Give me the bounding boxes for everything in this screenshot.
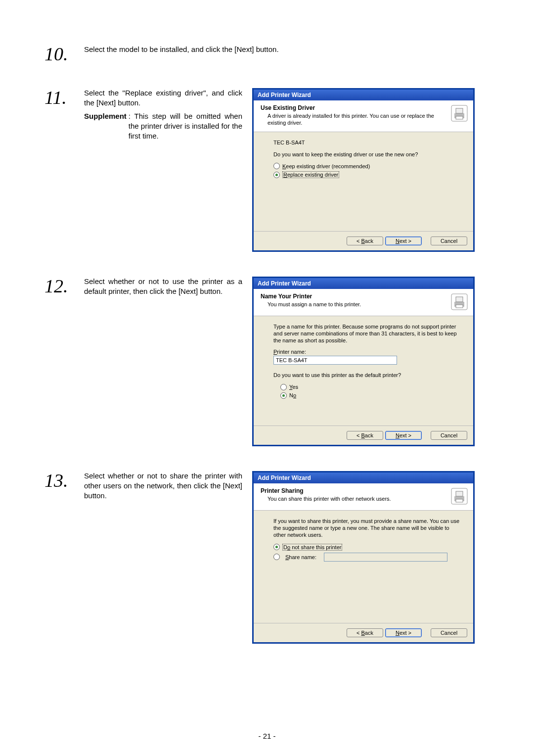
- svg-rect-2: [456, 108, 463, 113]
- next-button[interactable]: Next >: [385, 431, 422, 440]
- supplement-text: : This step will be omitted when the pri…: [129, 111, 242, 142]
- wizard-button-row: < Back Next > Cancel: [254, 623, 473, 642]
- step-text: Select whether or not to share the print…: [84, 471, 242, 501]
- step-text: Select the "Replace existing driver", an…: [84, 88, 242, 141]
- printer-icon: [450, 104, 468, 122]
- step-number: 10.: [44, 45, 84, 63]
- step-text: Select whether or not to use the printer…: [84, 277, 242, 297]
- radio-replace-existing[interactable]: Replace existing driver: [273, 171, 460, 178]
- back-button[interactable]: < Back: [347, 431, 383, 440]
- wizard-header: Printer Sharing You can share this print…: [254, 483, 473, 511]
- svg-rect-11: [456, 499, 463, 502]
- svg-rect-6: [456, 297, 463, 302]
- step-13: 13. Select whether or not to share the p…: [44, 471, 490, 644]
- step-number: 13.: [44, 471, 84, 490]
- wizard-name-your-printer: Add Printer Wizard Name Your Printer You…: [252, 277, 475, 446]
- wizard-title: Add Printer Wizard: [254, 278, 473, 289]
- name-instructions: Type a name for this printer. Because so…: [273, 323, 460, 344]
- cancel-button[interactable]: Cancel: [431, 431, 467, 440]
- document-page: 10. Select the model to be installed, an…: [0, 0, 534, 756]
- step-12: 12. Select whether or not to use the pri…: [44, 277, 490, 446]
- step-number: 12.: [44, 277, 84, 295]
- radio-unchecked-icon: [273, 554, 280, 560]
- radio-keep-label: eep existing driver (recommended): [286, 163, 370, 169]
- radio-default-no[interactable]: No: [280, 392, 460, 399]
- radio-share-name[interactable]: Share name:: [273, 553, 460, 562]
- wizard-header-sub: A driver is already installed for this p…: [267, 112, 447, 127]
- share-instructions: If you want to share this printer, you m…: [273, 518, 460, 539]
- next-button[interactable]: Next >: [385, 236, 422, 245]
- cancel-button[interactable]: Cancel: [431, 236, 467, 245]
- step-text: Select the model to be installed, and cl…: [84, 45, 490, 54]
- svg-rect-10: [456, 491, 463, 496]
- wizard-header: Name Your Printer You must assign a name…: [254, 289, 473, 316]
- wizard-header-sub: You can share this printer with other ne…: [267, 495, 447, 502]
- wizard-header: Use Existing Driver A driver is already …: [254, 100, 473, 132]
- step-10: 10. Select the model to be installed, an…: [44, 45, 490, 63]
- radio-unchecked-icon: [280, 384, 287, 390]
- back-button[interactable]: < Back: [347, 628, 383, 637]
- printer-name-input[interactable]: [273, 356, 397, 365]
- step-11: 11. Select the "Replace existing driver"…: [44, 88, 490, 252]
- radio-checked-icon: [273, 172, 280, 178]
- step-number: 11.: [44, 88, 84, 107]
- cancel-button[interactable]: Cancel: [431, 628, 467, 637]
- page-number: - 21 -: [0, 732, 534, 740]
- radio-keep-existing[interactable]: Keep existing driver (recommended): [273, 163, 460, 169]
- wizard-button-row: < Back Next > Cancel: [254, 425, 473, 445]
- wizard-header-sub: You must assign a name to this printer.: [267, 301, 447, 308]
- radio-checked-icon: [273, 544, 280, 550]
- radio-do-not-share[interactable]: Do not share this printer: [273, 544, 460, 551]
- radio-default-yes[interactable]: Yes: [280, 384, 460, 390]
- wizard-body: TEC B-SA4T Do you want to keep the exist…: [254, 132, 473, 231]
- wizard-use-existing-driver: Add Printer Wizard Use Existing Driver A…: [252, 88, 475, 252]
- supplement-label: Supplement: [84, 111, 127, 142]
- wizard-header-title: Printer Sharing: [261, 487, 447, 494]
- wizard-body: If you want to share this printer, you m…: [254, 511, 473, 623]
- radio-unchecked-icon: [273, 163, 280, 169]
- wizard-body: Type a name for this printer. Because so…: [254, 316, 473, 425]
- printer-icon: [450, 487, 468, 505]
- driver-question: Do you want to keep the existing driver …: [273, 151, 460, 158]
- wizard-header-title: Name Your Printer: [261, 293, 447, 300]
- step-para: Select the "Replace existing driver", an…: [84, 88, 242, 108]
- svg-rect-3: [456, 116, 463, 119]
- back-button[interactable]: < Back: [347, 236, 383, 245]
- default-printer-question: Do you want to use this printer as the d…: [273, 372, 460, 378]
- radio-checked-icon: [280, 392, 287, 399]
- next-button[interactable]: Next >: [385, 628, 422, 637]
- wizard-title: Add Printer Wizard: [254, 90, 473, 100]
- share-name-input[interactable]: [324, 553, 447, 562]
- wizard-printer-sharing: Add Printer Wizard Printer Sharing You c…: [252, 471, 475, 644]
- printer-icon: [450, 293, 468, 311]
- radio-replace-label: eplace existing driver: [287, 172, 338, 178]
- wizard-header-title: Use Existing Driver: [261, 104, 447, 111]
- wizard-button-row: < Back Next > Cancel: [254, 231, 473, 250]
- wizard-title: Add Printer Wizard: [254, 472, 473, 483]
- printer-model-text: TEC B-SA4T: [273, 139, 460, 146]
- svg-rect-7: [456, 305, 463, 308]
